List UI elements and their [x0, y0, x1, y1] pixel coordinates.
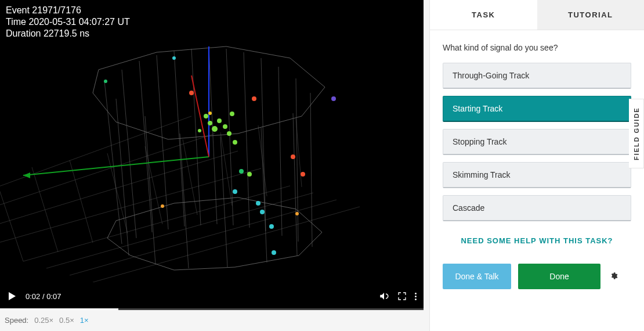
tab-task[interactable]: TASK	[430, 0, 537, 30]
event-id-line: Event 21971/7176	[6, 5, 130, 16]
svg-line-31	[310, 93, 312, 247]
event-overlay-text: Event 21971/7176 Time 2020-05-31 04:07:2…	[6, 5, 130, 39]
event-duration-line: Duration 22719.5 ns	[6, 28, 130, 39]
event-viewer[interactable]: Event 21971/7176 Time 2020-05-31 04:07:2…	[0, 0, 424, 310]
action-row: Done & Talk Done	[430, 264, 644, 289]
svg-line-22	[157, 55, 168, 229]
svg-line-3	[0, 168, 261, 244]
option-through-going[interactable]: Through-Going Track	[443, 63, 631, 89]
svg-point-59	[269, 224, 274, 229]
svg-point-51	[227, 131, 231, 136]
svg-point-54	[198, 129, 201, 132]
option-skimming[interactable]: Skimming Track	[443, 162, 631, 188]
svg-line-19	[104, 81, 122, 244]
video-progress-fill	[0, 308, 118, 310]
video-progress[interactable]	[0, 308, 424, 310]
field-guide-tab[interactable]: FIELD GUIDE	[629, 99, 644, 168]
svg-line-5	[0, 134, 215, 207]
svg-point-43	[301, 172, 305, 177]
svg-point-62	[172, 56, 176, 60]
svg-line-8	[0, 174, 23, 261]
svg-line-33	[145, 116, 155, 264]
svg-point-64	[208, 111, 212, 115]
svg-line-9	[32, 167, 58, 252]
svg-point-46	[204, 114, 208, 118]
task-question: What kind of signal do you see?	[443, 43, 631, 52]
play-button[interactable]	[7, 291, 17, 301]
svg-line-34	[180, 134, 189, 268]
svg-point-63	[295, 212, 299, 215]
help-link[interactable]: NEED SOME HELP WITH THIS TASK?	[443, 236, 631, 245]
play-icon	[9, 292, 16, 300]
svg-marker-18	[107, 197, 322, 270]
svg-line-4	[0, 151, 238, 225]
event-3d-scene	[0, 0, 424, 282]
svg-line-27	[244, 52, 249, 228]
svg-line-29	[278, 67, 282, 236]
volume-icon[interactable]	[379, 291, 389, 301]
svg-point-49	[217, 118, 222, 123]
viewer-content: Event 21971/7176 Time 2020-05-31 04:07:2…	[0, 0, 424, 282]
svg-point-53	[233, 140, 237, 145]
svg-line-35	[220, 136, 227, 267]
svg-line-26	[226, 49, 233, 225]
svg-point-45	[104, 80, 107, 83]
task-body: What kind of signal do you see? Through-…	[430, 30, 644, 251]
speed-1[interactable]: 1×	[80, 316, 89, 325]
svg-point-42	[291, 154, 295, 159]
svg-line-32	[116, 99, 129, 256]
option-stopping[interactable]: Stopping Track	[443, 129, 631, 155]
svg-point-58	[260, 210, 265, 214]
svg-marker-38	[23, 172, 30, 178]
svg-line-10	[70, 160, 93, 243]
svg-line-24	[191, 49, 201, 225]
done-talk-button[interactable]: Done & Talk	[443, 264, 511, 289]
svg-point-40	[252, 96, 256, 101]
option-starting[interactable]: Starting Track	[443, 96, 631, 122]
svg-point-41	[331, 96, 336, 101]
svg-line-30	[296, 78, 298, 242]
svg-point-39	[189, 91, 194, 95]
svg-line-13	[183, 139, 197, 215]
svg-point-52	[230, 111, 234, 116]
svg-point-56	[247, 172, 252, 177]
speed-label: Speed:	[5, 316, 28, 325]
svg-point-47	[208, 121, 212, 125]
task-options: Through-Going Track Starting Track Stopp…	[443, 63, 631, 221]
done-button[interactable]: Done	[518, 264, 600, 289]
gear-icon[interactable]	[610, 272, 618, 282]
svg-line-21	[139, 61, 152, 232]
speed-0-25[interactable]: 0.25×	[34, 316, 53, 325]
option-cascade[interactable]: Cascade	[443, 195, 631, 221]
video-time: 0:02 / 0:07	[26, 292, 61, 301]
svg-point-48	[212, 126, 218, 132]
left-panel: Event 21971/7176 Time 2020-05-31 04:07:2…	[0, 0, 429, 331]
svg-line-12	[145, 146, 162, 224]
svg-point-55	[239, 169, 244, 174]
speed-row: Speed: 0.25× 0.5× 1×	[0, 310, 429, 330]
tab-tutorial[interactable]: TUTORIAL	[537, 0, 645, 30]
right-panel: TASK TUTORIAL What kind of signal do you…	[429, 0, 644, 331]
svg-point-60	[272, 250, 276, 255]
svg-point-57	[256, 201, 261, 206]
svg-line-20	[122, 70, 136, 238]
svg-line-1	[46, 193, 313, 268]
svg-point-50	[223, 124, 227, 129]
video-controls: 0:02 / 0:07	[0, 282, 424, 310]
speed-0-5[interactable]: 0.5×	[59, 316, 74, 325]
svg-point-44	[161, 204, 164, 208]
tabs: TASK TUTORIAL	[430, 0, 644, 30]
svg-line-36	[261, 128, 267, 262]
fullscreen-icon[interactable]	[397, 292, 407, 301]
event-time-line: Time 2020-05-31 04:07:27 UT	[6, 16, 130, 28]
svg-line-0	[23, 186, 290, 261]
svg-point-61	[233, 189, 237, 194]
svg-line-37	[293, 113, 297, 256]
more-icon[interactable]	[415, 293, 417, 300]
